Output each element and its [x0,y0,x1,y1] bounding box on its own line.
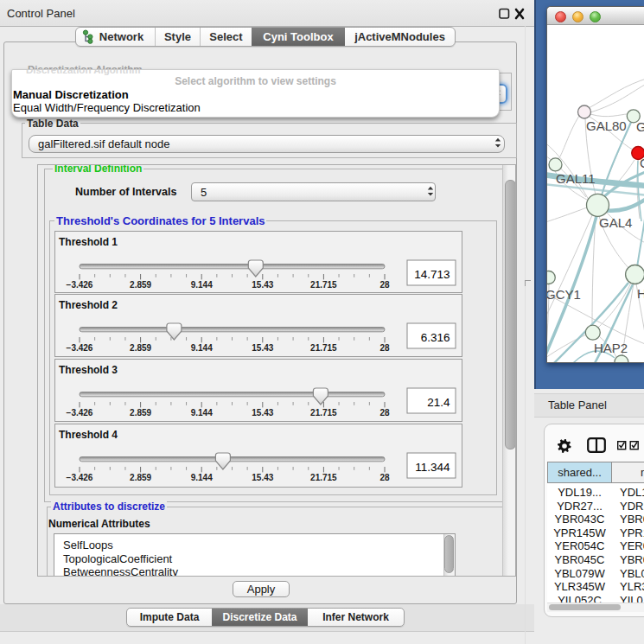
svg-text:GCY1: GCY1 [547,287,581,302]
svg-text:GA: GA [640,156,644,170]
svg-text:GAL4: GAL4 [599,215,632,230]
svg-text:11.344: 11.344 [415,461,450,474]
svg-text:GAL11: GAL11 [556,171,596,186]
svg-text:HA: HA [637,286,644,301]
svg-text:6.316: 6.316 [421,331,450,344]
svg-text:14.713: 14.713 [414,268,450,281]
svg-text:21.4: 21.4 [427,396,450,409]
svg-text:GA: GA [636,119,644,134]
svg-text:HAP2: HAP2 [594,341,628,355]
svg-text:GAL80: GAL80 [586,118,627,133]
